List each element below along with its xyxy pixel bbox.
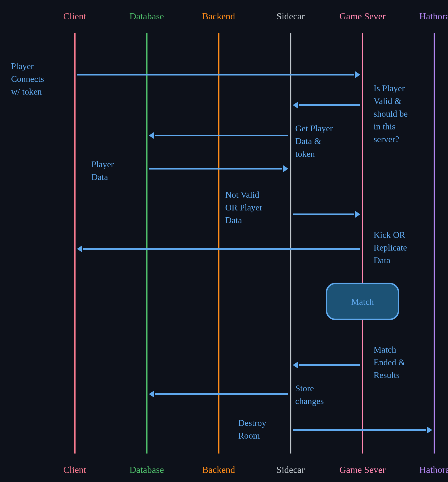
- label-not-valid: Not ValidOR PlayerData: [225, 190, 263, 225]
- arrowhead-player-data: [283, 165, 288, 172]
- svg-text:should be: should be: [374, 109, 408, 119]
- arrowhead-match-ended: [293, 362, 298, 368]
- arrowhead-not-valid: [355, 211, 360, 218]
- label-is-player-valid: Is PlayerValid &should bein thisserver?: [374, 83, 408, 144]
- svg-text:Destroy: Destroy: [238, 418, 266, 428]
- match-node-label: Match: [351, 297, 374, 307]
- svg-text:OR Player: OR Player: [225, 202, 263, 212]
- svg-text:changes: changes: [295, 396, 324, 406]
- svg-text:Data: Data: [374, 255, 390, 265]
- svg-text:w/ token: w/ token: [11, 87, 42, 97]
- svg-text:Not Valid: Not Valid: [225, 190, 259, 200]
- lane-top-sidecar: Sidecar: [276, 11, 305, 21]
- svg-text:Data: Data: [91, 172, 108, 182]
- svg-text:server?: server?: [374, 134, 399, 144]
- svg-text:Data &: Data &: [295, 136, 321, 146]
- svg-text:in this: in this: [374, 121, 395, 131]
- label-kick-replicate: Kick ORReplicateData: [374, 230, 407, 265]
- svg-text:Get Player: Get Player: [295, 123, 333, 133]
- lane-top-client: Client: [63, 11, 86, 21]
- svg-text:Player: Player: [91, 159, 114, 169]
- label-destroy-room: DestroyRoom: [238, 418, 266, 441]
- svg-text:Ended &: Ended &: [374, 357, 405, 367]
- arrowhead-kick-replicate: [77, 246, 82, 252]
- lane-bottom-backend: Backend: [202, 465, 235, 475]
- lane-top-hathora: Hathora: [419, 11, 448, 21]
- lane-top-database: Database: [130, 11, 164, 21]
- svg-text:Room: Room: [238, 431, 260, 441]
- lane-top-gameserver: Game Sever: [339, 11, 386, 21]
- label-match-ended: MatchEnded &Results: [374, 345, 405, 380]
- svg-text:token: token: [295, 149, 315, 159]
- arrowhead-store-changes: [149, 391, 154, 397]
- svg-text:Is Player: Is Player: [374, 83, 405, 93]
- svg-text:Kick OR: Kick OR: [374, 230, 405, 240]
- lane-bottom-sidecar: Sidecar: [276, 465, 305, 475]
- label-player-connects: PlayerConnectsw/ token: [11, 61, 44, 97]
- svg-text:Replicate: Replicate: [374, 243, 407, 252]
- arrowhead-player-connects: [355, 71, 360, 78]
- label-store-changes: Storechanges: [295, 383, 324, 406]
- svg-text:Player: Player: [11, 61, 34, 71]
- arrowhead-destroy-room: [427, 427, 432, 433]
- svg-text:Store: Store: [295, 383, 314, 393]
- lane-bottom-database: Database: [130, 465, 164, 475]
- label-player-data: PlayerData: [91, 159, 114, 182]
- label-get-player-data: Get PlayerData &token: [295, 123, 333, 159]
- arrowhead-is-player-valid: [293, 102, 298, 108]
- svg-text:Valid &: Valid &: [374, 96, 402, 106]
- sequence-diagram: ClientDatabaseBackendSidecarGame SeverHa…: [0, 0, 448, 482]
- svg-text:Match: Match: [374, 345, 396, 355]
- svg-text:Connects: Connects: [11, 74, 44, 84]
- svg-text:Results: Results: [374, 370, 400, 380]
- arrowhead-get-player-data: [149, 132, 154, 139]
- lane-bottom-gameserver: Game Sever: [339, 465, 386, 475]
- svg-text:Data: Data: [225, 215, 242, 225]
- lane-bottom-hathora: Hathora: [419, 465, 448, 475]
- lane-bottom-client: Client: [63, 465, 86, 475]
- lane-top-backend: Backend: [202, 11, 235, 21]
